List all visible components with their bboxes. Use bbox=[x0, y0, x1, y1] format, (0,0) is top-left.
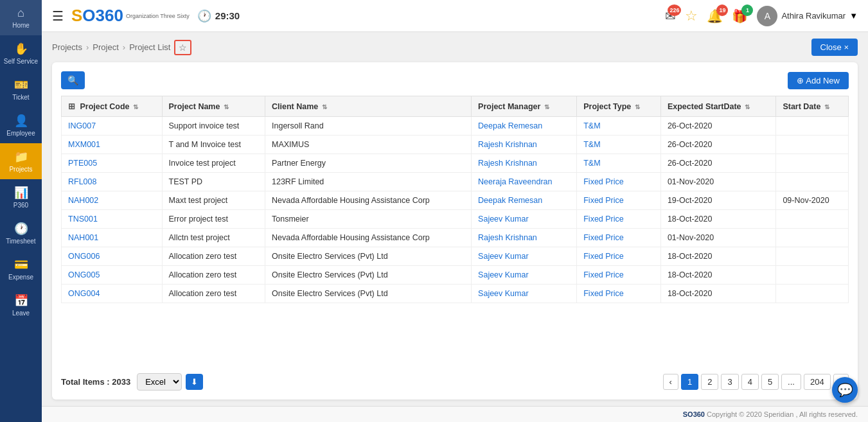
sidebar-item-label: Timesheet bbox=[6, 238, 35, 245]
col-header-client[interactable]: Client Name ⇅ bbox=[265, 96, 472, 117]
type-cell: T&M bbox=[577, 117, 661, 136]
project-code-cell[interactable]: PTE005 bbox=[62, 154, 163, 173]
sidebar-item-p360[interactable]: 📊 P360 bbox=[0, 179, 42, 215]
breadcrumb-project[interactable]: Project bbox=[93, 42, 118, 52]
sidebar-item-projects[interactable]: 📁 Projects bbox=[0, 143, 42, 179]
clock-display: 29:30 bbox=[215, 10, 240, 21]
notification-badge[interactable]: 🔔 19 bbox=[707, 8, 723, 24]
project-name-cell: Allctn test project bbox=[162, 229, 265, 247]
close-button[interactable]: Close × bbox=[811, 39, 858, 56]
project-name-cell: Allocation zero test bbox=[162, 266, 265, 285]
ticket-icon: 🎫 bbox=[14, 78, 28, 92]
chat-fab-button[interactable]: 💬 bbox=[832, 377, 858, 403]
sidebar-item-leave[interactable]: 📅 Leave bbox=[0, 287, 42, 323]
user-area[interactable]: A Athira Ravikumar ▼ bbox=[757, 6, 858, 26]
clock-icon: 🕐 bbox=[197, 9, 211, 23]
prev-page-button[interactable]: ‹ bbox=[663, 374, 678, 390]
total-items-label: Total Items : 2033 bbox=[61, 377, 130, 387]
last-page-button[interactable]: 204 bbox=[804, 374, 831, 390]
table-row: ONG006 Allocation zero test Onsite Elect… bbox=[62, 247, 849, 266]
star-icon[interactable]: ☆ bbox=[685, 8, 698, 24]
project-code-cell[interactable]: ING007 bbox=[62, 117, 163, 136]
sidebar-item-label: Leave bbox=[12, 310, 30, 317]
manager-cell: Sajeev Kumar bbox=[472, 247, 577, 266]
col-header-start-date[interactable]: Start Date ⇅ bbox=[776, 96, 849, 117]
col-header-expected-start[interactable]: Expected StartDate ⇅ bbox=[660, 96, 775, 117]
mail-badge[interactable]: ✉ 226 bbox=[665, 8, 676, 24]
avatar: A bbox=[757, 6, 777, 26]
manager-cell: Neeraja Raveendran bbox=[472, 173, 577, 191]
page-4-button[interactable]: 4 bbox=[741, 374, 759, 390]
favorite-star-icon[interactable]: ☆ bbox=[174, 40, 191, 55]
project-code-cell[interactable]: ONG004 bbox=[62, 285, 163, 303]
table-row: NAH002 Maxt test project Nevada Affordab… bbox=[62, 191, 849, 210]
client-name-cell: Onsite Electro Services (Pvt) Ltd bbox=[265, 247, 472, 266]
project-code-cell[interactable]: ONG006 bbox=[62, 247, 163, 266]
client-name-cell: Ingersoll Rand bbox=[265, 117, 472, 136]
breadcrumb-projects[interactable]: Projects bbox=[52, 42, 82, 52]
manager-cell: Sajeev Kumar bbox=[472, 266, 577, 285]
table-row: TNS001 Error project test Tonsmeier Saje… bbox=[62, 210, 849, 229]
col-header-manager[interactable]: Project Manager ⇅ bbox=[472, 96, 577, 117]
sidebar-item-expense[interactable]: 💳 Expense bbox=[0, 251, 42, 287]
alert-badge[interactable]: 🎁 1 bbox=[732, 8, 748, 24]
table-row: NAH001 Allctn test project Nevada Afford… bbox=[62, 229, 849, 247]
clock-area: 🕐 29:30 bbox=[197, 9, 240, 23]
type-cell: T&M bbox=[577, 136, 661, 154]
col-header-code[interactable]: ⊞ Project Code ⇅ bbox=[62, 96, 163, 117]
grid-icon: ⊞ bbox=[68, 102, 75, 111]
sidebar-item-label: P360 bbox=[13, 202, 28, 209]
content-area: Projects › Project › Project List ☆ Clos… bbox=[42, 32, 868, 406]
sidebar-item-ticket[interactable]: 🎫 Ticket bbox=[0, 71, 42, 107]
breadcrumb-project-list[interactable]: Project List bbox=[129, 42, 170, 52]
footer-logo: SO360 bbox=[683, 410, 705, 418]
breadcrumb-sep-2: › bbox=[123, 42, 125, 52]
page-controls: ‹ 1 2 3 4 5 ... 204 › bbox=[663, 374, 849, 390]
add-new-button[interactable]: ⊕ Add New bbox=[788, 72, 849, 89]
page-1-button[interactable]: 1 bbox=[681, 374, 698, 390]
projects-icon: 📁 bbox=[14, 150, 28, 164]
type-cell: Fixed Price bbox=[577, 173, 661, 191]
project-name-cell: Allocation zero test bbox=[162, 285, 265, 303]
breadcrumb-sep-1: › bbox=[86, 42, 89, 52]
project-name-cell: Invoice test project bbox=[162, 154, 265, 173]
page-3-button[interactable]: 3 bbox=[721, 374, 738, 390]
sort-icon: ⇅ bbox=[224, 103, 229, 110]
client-name-cell: Partner Energy bbox=[265, 154, 472, 173]
sort-icon: ⇅ bbox=[824, 103, 829, 110]
sort-icon: ⇅ bbox=[544, 103, 549, 110]
expected-start-cell: 18-Oct-2020 bbox=[660, 210, 775, 229]
sidebar-item-self-service[interactable]: ✋ Self Service bbox=[0, 35, 42, 71]
col-header-type[interactable]: Project Type ⇅ bbox=[577, 96, 661, 117]
footer: SO360 Copyright © 2020 Speridian , All r… bbox=[42, 406, 868, 422]
page-2-button[interactable]: 2 bbox=[701, 374, 718, 390]
sidebar-item-employee[interactable]: 👤 Employee bbox=[0, 107, 42, 143]
project-list-card: 🔍 ⊕ Add New ⊞ Project Code ⇅ Project Nam… bbox=[52, 62, 858, 400]
home-icon: ⌂ bbox=[17, 6, 24, 20]
project-code-cell[interactable]: RFL008 bbox=[62, 173, 163, 191]
sort-icon: ⇅ bbox=[635, 103, 640, 110]
col-header-name[interactable]: Project Name ⇅ bbox=[162, 96, 265, 117]
expected-start-cell: 26-Oct-2020 bbox=[660, 136, 775, 154]
sidebar-item-label: Projects bbox=[9, 166, 32, 173]
type-cell: Fixed Price bbox=[577, 210, 661, 229]
project-code-cell[interactable]: NAH001 bbox=[62, 229, 163, 247]
user-dropdown-icon: ▼ bbox=[849, 11, 858, 21]
sidebar-item-timesheet[interactable]: 🕐 Timesheet bbox=[0, 215, 42, 251]
page-5-button[interactable]: 5 bbox=[761, 374, 779, 390]
notification-count: 19 bbox=[716, 4, 728, 16]
footer-text: Copyright © 2020 Speridian , All rights … bbox=[707, 410, 858, 418]
search-button[interactable]: 🔍 bbox=[61, 71, 85, 89]
client-name-cell: Nevada Affordable Housing Assistance Cor… bbox=[265, 229, 472, 247]
project-code-cell[interactable]: NAH002 bbox=[62, 191, 163, 210]
project-name-cell: Maxt test project bbox=[162, 191, 265, 210]
project-code-cell[interactable]: ONG005 bbox=[62, 266, 163, 285]
export-button[interactable]: ⬇ bbox=[186, 374, 203, 390]
project-code-cell[interactable]: MXM001 bbox=[62, 136, 163, 154]
sidebar-item-home[interactable]: ⌂ Home bbox=[0, 0, 42, 35]
expected-start-cell: 18-Oct-2020 bbox=[660, 285, 775, 303]
project-code-cell[interactable]: TNS001 bbox=[62, 210, 163, 229]
export-format-select[interactable]: Excel CSV PDF bbox=[137, 373, 182, 391]
menu-hamburger-icon[interactable]: ☰ bbox=[52, 8, 64, 24]
project-table: ⊞ Project Code ⇅ Project Name ⇅ Client N… bbox=[61, 96, 849, 303]
